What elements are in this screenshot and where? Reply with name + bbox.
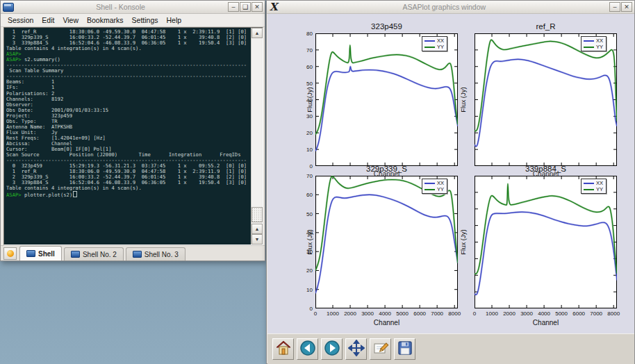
konsole-close-button[interactable]: ✕ (251, 2, 263, 12)
terminal-frame: 1 ref_R 18:30:06.0 -49.59.30.0 04:47:58 … (3, 27, 263, 245)
toolbar-edit-button[interactable] (370, 338, 391, 360)
legend-box: XXYY (581, 179, 607, 194)
y-axis-label: Flux (Jy) (306, 75, 313, 124)
x11-app-icon: X (268, 2, 281, 12)
toolbar-pan-button[interactable] (345, 338, 367, 360)
y-tick-label: 20 (297, 267, 313, 274)
asaplot-close-button[interactable]: ✕ (621, 2, 632, 12)
konsole-window: Shell - Konsole –❑✕ SessionEditViewBookm… (0, 0, 265, 261)
toolbar-forward-button[interactable] (321, 338, 343, 360)
legend-label: XX (596, 38, 603, 44)
axes-323p459 (315, 33, 458, 166)
y-axis-label: Flux (Jy) (306, 217, 313, 266)
y-tick-label: 20 (297, 130, 313, 136)
asaplot-minimize-button[interactable]: – (609, 2, 620, 12)
legend-line-icon (584, 47, 594, 48)
scroll-down-icon[interactable]: ▼ (251, 234, 263, 245)
tab-shell-no-2[interactable]: Shell No. 2 (64, 247, 124, 260)
y-tick-label: 60 (297, 64, 313, 70)
menu-session[interactable]: Session (3, 15, 38, 26)
konsole-app-icon (3, 3, 14, 12)
legend-box: XXYY (422, 36, 447, 51)
x-tick-label: 8000 (603, 311, 624, 317)
konsole-menubar: SessionEditViewBookmarksSettingsHelp (1, 14, 265, 27)
forward-icon (324, 340, 340, 359)
legend-label: YY (437, 186, 444, 192)
toolbar-save-button[interactable] (394, 338, 415, 360)
legend-line-icon (424, 183, 435, 184)
axes-ref_R (475, 33, 617, 166)
terminal-cursor (73, 191, 77, 197)
desktop: Shell - Konsole –❑✕ SessionEditViewBookm… (0, 0, 635, 364)
legend-entry-YY: YY (584, 44, 603, 50)
legend-entry-XX: XX (424, 38, 444, 44)
legend-entry-YY: YY (424, 186, 444, 192)
konsole-titlebar[interactable]: Shell - Konsole –❑✕ (1, 1, 265, 14)
toolbar-home-button[interactable] (272, 338, 294, 360)
konsole-tabbar: ShellShell No. 2Shell No. 3 (1, 245, 265, 260)
konsole-title: Shell - Konsole (16, 3, 225, 11)
scroll-up-icon[interactable]: ▲ (251, 28, 263, 38)
terminal-line: Table contains 4 integration(s) in 4 sca… (6, 185, 251, 191)
x-tick-label: 8000 (444, 311, 465, 317)
plot-title: 339p884_S (475, 165, 617, 173)
legend-line-icon (424, 189, 435, 190)
legend-entry-YY: YY (424, 44, 444, 50)
asaplot-window-buttons: –✕ (609, 2, 632, 12)
y-axis-label: Flux (Jy) (459, 217, 467, 266)
back-icon (299, 340, 316, 359)
y-tick-label: 60 (297, 192, 313, 198)
toolbar-back-button[interactable] (297, 338, 318, 360)
konsole-window-buttons: –❑✕ (227, 2, 263, 12)
asaplot-title: ASAPlot graphics window (282, 3, 607, 11)
legend-label: XX (437, 180, 444, 186)
tab-shell-no-3[interactable]: Shell No. 3 (126, 247, 185, 260)
legend-label: YY (596, 186, 603, 192)
plot-title: 323p459 (315, 22, 458, 31)
shell-tab-icon (133, 251, 142, 258)
terminal-scrollbar[interactable]: ▲ ▲ ▼ (251, 28, 263, 245)
konsole-maximize-button[interactable]: ❑ (240, 2, 251, 12)
x-axis-label: Channel (315, 319, 458, 326)
menu-view[interactable]: View (58, 15, 83, 26)
legend-entry-XX: XX (424, 180, 444, 186)
legend-box: XXYY (581, 36, 607, 51)
y-tick-label: 70 (297, 47, 313, 53)
y-tick-label: 70 (297, 173, 313, 179)
save-icon (397, 340, 413, 359)
scroll-up2-icon[interactable]: ▲ (251, 224, 263, 234)
legend-line-icon (424, 47, 435, 48)
asaplot-window: X ASAPlot graphics window –✕ 323p4590102… (266, 0, 635, 364)
plot-toolbar (267, 333, 634, 364)
menu-bookmarks[interactable]: Bookmarks (83, 15, 128, 26)
scroll-track[interactable] (251, 38, 263, 224)
shell-tab-icon (71, 251, 80, 258)
menu-edit[interactable]: Edit (38, 15, 58, 26)
terminal-output[interactable]: 1 ref_R 18:30:06.0 -49.59.30.0 04:47:58 … (4, 28, 251, 245)
legend-label: XX (437, 38, 444, 44)
legend-label: YY (437, 44, 444, 50)
axes-329p339_S (315, 176, 458, 308)
session-orb-icon (7, 250, 14, 257)
menu-help[interactable]: Help (163, 15, 186, 26)
legend-line-icon (584, 40, 594, 42)
y-tick-label: 10 (297, 287, 313, 293)
plot-title: ref_R (475, 22, 617, 31)
legend-label: YY (596, 44, 603, 50)
legend-entry-YY: YY (584, 186, 603, 192)
y-tick-label: 10 (297, 147, 313, 153)
legend-line-icon (584, 183, 594, 184)
tab-shell[interactable]: Shell (19, 246, 62, 260)
plot-title: 329p339_S (315, 165, 458, 173)
menu-settings[interactable]: Settings (128, 15, 163, 26)
scroll-thumb[interactable] (251, 207, 263, 222)
konsole-minimize-button[interactable]: – (228, 2, 239, 12)
tab-label: Shell No. 3 (145, 251, 179, 258)
legend-box: XXYY (422, 179, 447, 194)
x-axis-label: Channel (475, 319, 617, 326)
asaplot-titlebar[interactable]: X ASAPlot graphics window –✕ (267, 1, 634, 14)
new-session-button[interactable] (3, 247, 17, 260)
y-tick-label: 0 (297, 163, 313, 169)
y-axis-label: Flux (Jy) (459, 75, 467, 124)
y-tick-label: 80 (297, 31, 313, 37)
